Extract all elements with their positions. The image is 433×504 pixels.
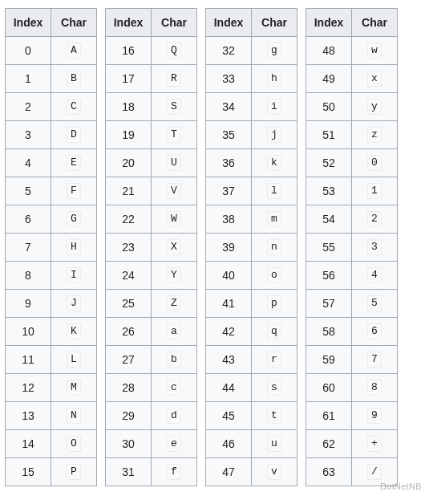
char-cell: 4 bbox=[352, 262, 398, 290]
char-cell: B bbox=[51, 65, 97, 93]
char-code: u bbox=[267, 436, 281, 452]
char-cell: c bbox=[152, 374, 197, 402]
index-cell: 34 bbox=[206, 93, 252, 121]
table-row: 30e bbox=[106, 430, 197, 458]
char-code: D bbox=[67, 127, 81, 143]
char-code: y bbox=[367, 99, 382, 115]
index-cell: 62 bbox=[306, 430, 352, 458]
table-row: 27b bbox=[106, 346, 197, 374]
char-code: 4 bbox=[367, 267, 382, 283]
char-cell: o bbox=[252, 262, 297, 290]
index-cell: 10 bbox=[6, 318, 51, 346]
index-cell: 57 bbox=[306, 290, 352, 318]
table-row: 26a bbox=[106, 318, 197, 346]
index-cell: 21 bbox=[106, 177, 152, 205]
char-cell: e bbox=[152, 430, 197, 458]
table-row: 42q bbox=[206, 318, 297, 346]
char-cell: W bbox=[152, 205, 197, 234]
index-cell: 35 bbox=[206, 121, 252, 149]
char-code: 9 bbox=[367, 408, 382, 424]
index-cell: 47 bbox=[206, 458, 252, 486]
char-cell: p bbox=[252, 290, 297, 318]
index-cell: 24 bbox=[106, 262, 152, 290]
char-header: Char bbox=[252, 9, 297, 37]
table-row: 63/ bbox=[306, 458, 398, 486]
index-cell: 44 bbox=[206, 374, 252, 402]
table-row: 45t bbox=[206, 402, 297, 430]
table-row: 21V bbox=[106, 177, 197, 205]
index-header: Index bbox=[306, 9, 352, 37]
char-cell: 5 bbox=[352, 290, 398, 318]
char-code: I bbox=[67, 267, 81, 283]
index-cell: 55 bbox=[306, 234, 352, 262]
char-code: c bbox=[167, 380, 181, 396]
char-code: X bbox=[167, 239, 181, 255]
char-cell: V bbox=[152, 177, 197, 205]
index-cell: 40 bbox=[206, 262, 252, 290]
char-cell: n bbox=[252, 234, 297, 262]
char-code: 3 bbox=[367, 239, 382, 255]
table-row: 20U bbox=[106, 149, 197, 177]
char-cell: L bbox=[51, 346, 97, 374]
char-cell: m bbox=[252, 205, 297, 234]
char-code: k bbox=[267, 155, 281, 171]
char-code: n bbox=[267, 239, 281, 255]
char-code: f bbox=[167, 464, 181, 480]
index-header: Index bbox=[106, 9, 152, 37]
char-cell: 7 bbox=[352, 346, 398, 374]
char-code: L bbox=[67, 352, 81, 368]
char-cell: F bbox=[51, 177, 97, 205]
table-row: 0A bbox=[6, 37, 97, 65]
table-row: 48w bbox=[306, 37, 398, 65]
index-cell: 8 bbox=[6, 262, 51, 290]
index-cell: 30 bbox=[106, 430, 152, 458]
char-cell: d bbox=[152, 402, 197, 430]
char-code: z bbox=[367, 127, 382, 143]
table-row: 51z bbox=[306, 121, 398, 149]
table-row: 553 bbox=[306, 234, 398, 262]
char-code: / bbox=[367, 464, 382, 480]
char-cell: P bbox=[51, 458, 97, 486]
char-cell: 1 bbox=[352, 177, 398, 205]
index-cell: 0 bbox=[6, 37, 51, 65]
index-char-table: IndexChar16Q17R18S19T20U21V22W23X24Y25Z2… bbox=[105, 8, 197, 486]
char-cell: z bbox=[352, 121, 398, 149]
char-cell: r bbox=[252, 346, 297, 374]
char-header: Char bbox=[51, 9, 97, 37]
table-row: 3D bbox=[6, 121, 97, 149]
char-code: V bbox=[167, 183, 181, 199]
char-cell: 9 bbox=[352, 402, 398, 430]
index-cell: 27 bbox=[106, 346, 152, 374]
index-cell: 17 bbox=[106, 65, 152, 93]
char-code: i bbox=[267, 99, 281, 115]
index-char-table: IndexChar48w49x50y51z5205315425535645755… bbox=[306, 8, 398, 486]
table-row: 619 bbox=[306, 402, 398, 430]
char-cell: a bbox=[152, 318, 197, 346]
index-cell: 7 bbox=[6, 234, 51, 262]
table-row: 43r bbox=[206, 346, 297, 374]
char-cell: X bbox=[152, 234, 197, 262]
char-cell: b bbox=[152, 346, 197, 374]
char-code: B bbox=[67, 71, 81, 87]
char-code: r bbox=[267, 352, 281, 368]
index-char-table: IndexChar0A1B2C3D4E5F6G7H8I9J10K11L12M13… bbox=[5, 8, 97, 486]
index-cell: 63 bbox=[306, 458, 352, 486]
char-cell: j bbox=[252, 121, 297, 149]
index-cell: 51 bbox=[306, 121, 352, 149]
table-row: 33h bbox=[206, 65, 297, 93]
char-code: p bbox=[267, 295, 281, 311]
char-code: F bbox=[67, 183, 81, 199]
char-cell: E bbox=[51, 149, 97, 177]
table-row: 542 bbox=[306, 205, 398, 234]
index-cell: 31 bbox=[106, 458, 152, 486]
index-cell: 54 bbox=[306, 205, 352, 234]
index-cell: 60 bbox=[306, 374, 352, 402]
char-code: R bbox=[167, 71, 181, 87]
char-header: Char bbox=[152, 9, 197, 37]
char-cell: 0 bbox=[352, 149, 398, 177]
table-row: 564 bbox=[306, 262, 398, 290]
base64-index-tables: IndexChar0A1B2C3D4E5F6G7H8I9J10K11L12M13… bbox=[5, 8, 428, 486]
index-cell: 16 bbox=[106, 37, 152, 65]
char-cell: w bbox=[352, 37, 398, 65]
index-header: Index bbox=[206, 9, 252, 37]
